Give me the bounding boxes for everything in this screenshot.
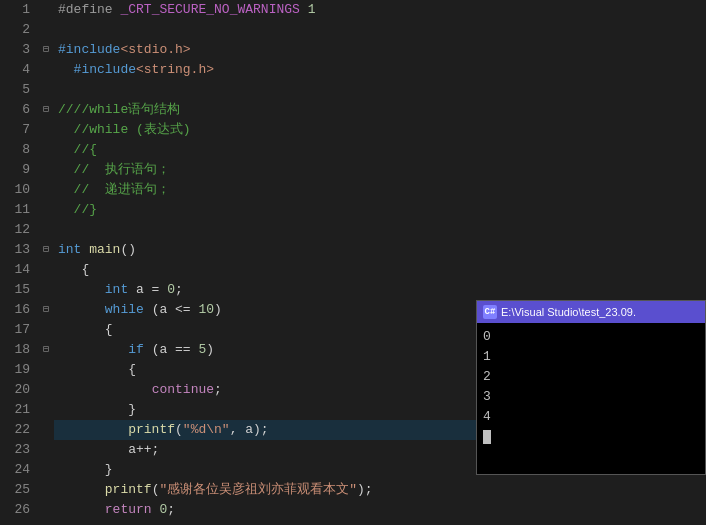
line-number: 5 — [0, 80, 38, 100]
fold-marker[interactable]: ⊟ — [38, 300, 54, 320]
line-number: 17 — [0, 320, 38, 340]
console-output-line: 3 — [483, 387, 699, 407]
line-number: 9 — [0, 160, 38, 180]
fold-marker — [38, 320, 54, 340]
line-number: 20 — [0, 380, 38, 400]
code-line: #include<stdio.h> — [54, 40, 706, 60]
fold-marker — [38, 120, 54, 140]
line-number: 24 — [0, 460, 38, 480]
line-number: 10 — [0, 180, 38, 200]
fold-marker — [38, 260, 54, 280]
fold-marker — [38, 180, 54, 200]
fold-marker — [38, 400, 54, 420]
fold-marker — [38, 280, 54, 300]
code-line: int main() — [54, 240, 706, 260]
console-body: 01234 — [477, 323, 705, 451]
console-output-line: 4 — [483, 407, 699, 427]
console-output-line: 1 — [483, 347, 699, 367]
fold-marker — [38, 380, 54, 400]
fold-marker — [38, 0, 54, 20]
code-line: //while (表达式) — [54, 120, 706, 140]
code-line: // 递进语句； — [54, 180, 706, 200]
fold-marker — [38, 80, 54, 100]
line-number: 25 — [0, 480, 38, 500]
line-number: 12 — [0, 220, 38, 240]
line-number: 13 — [0, 240, 38, 260]
code-line — [54, 80, 706, 100]
console-cursor-line — [483, 427, 699, 447]
code-line: // 执行语句； — [54, 160, 706, 180]
line-number: 22 — [0, 420, 38, 440]
console-output-line: 0 — [483, 327, 699, 347]
fold-marker — [38, 220, 54, 240]
line-number: 16 — [0, 300, 38, 320]
fold-marker[interactable]: ⊟ — [38, 240, 54, 260]
code-line: return 0; — [54, 500, 706, 520]
console-output-line: 2 — [483, 367, 699, 387]
code-line: ////while语句结构 — [54, 100, 706, 120]
fold-marker — [38, 480, 54, 500]
line-number: 8 — [0, 140, 38, 160]
code-line: //{ — [54, 140, 706, 160]
fold-marker — [38, 20, 54, 40]
console-icon: C# — [483, 305, 497, 319]
line-number: 7 — [0, 120, 38, 140]
line-numbers-column: 1234567891011121314151617181920212223242… — [0, 0, 38, 525]
line-number: 6 — [0, 100, 38, 120]
fold-marker — [38, 160, 54, 180]
line-number: 2 — [0, 20, 38, 40]
line-number: 15 — [0, 280, 38, 300]
code-line — [54, 20, 706, 40]
line-number: 21 — [0, 400, 38, 420]
fold-markers-column: ⊟⊟⊟⊟⊟ — [38, 0, 54, 525]
code-line: printf("感谢各位吴彦祖刘亦菲观看本文"); — [54, 480, 706, 500]
fold-marker[interactable]: ⊟ — [38, 340, 54, 360]
line-number: 19 — [0, 360, 38, 380]
code-line: { — [54, 260, 706, 280]
fold-marker — [38, 420, 54, 440]
code-line — [54, 220, 706, 240]
line-number: 1 — [0, 0, 38, 20]
fold-marker[interactable]: ⊟ — [38, 40, 54, 60]
code-line: #define _CRT_SECURE_NO_WARNINGS 1 — [54, 0, 706, 20]
line-number: 11 — [0, 200, 38, 220]
line-number: 18 — [0, 340, 38, 360]
cursor-block — [483, 430, 491, 444]
fold-marker — [38, 440, 54, 460]
console-title: E:\Visual Studio\test_23.09. — [501, 306, 636, 318]
console-titlebar: C# E:\Visual Studio\test_23.09. — [477, 301, 705, 323]
fold-marker — [38, 60, 54, 80]
fold-marker — [38, 140, 54, 160]
code-line: //} — [54, 200, 706, 220]
line-number: 23 — [0, 440, 38, 460]
fold-marker — [38, 360, 54, 380]
console-window[interactable]: C# E:\Visual Studio\test_23.09. 01234 — [476, 300, 706, 475]
fold-marker[interactable]: ⊟ — [38, 100, 54, 120]
line-number: 26 — [0, 500, 38, 520]
fold-marker — [38, 500, 54, 520]
fold-marker — [38, 200, 54, 220]
fold-marker — [38, 460, 54, 480]
line-number: 4 — [0, 60, 38, 80]
code-line: int a = 0; — [54, 280, 706, 300]
code-line: #include<string.h> — [54, 60, 706, 80]
line-number: 3 — [0, 40, 38, 60]
line-number: 14 — [0, 260, 38, 280]
